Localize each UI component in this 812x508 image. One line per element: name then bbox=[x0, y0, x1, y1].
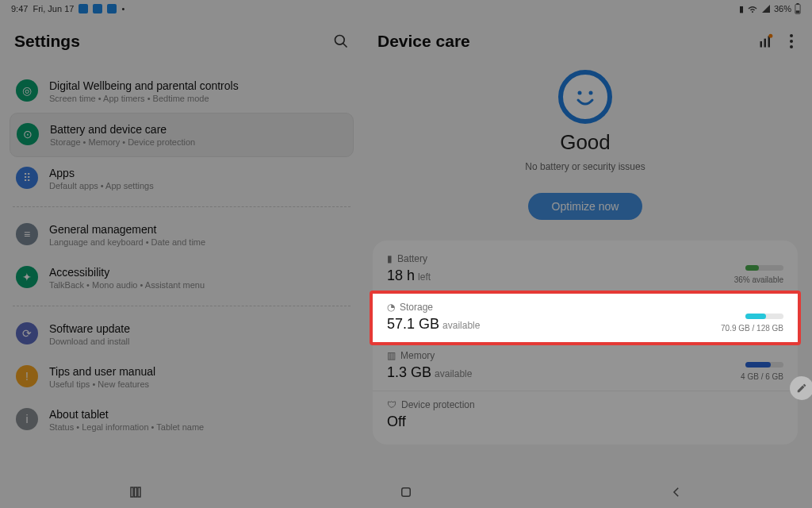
svg-rect-16 bbox=[138, 487, 140, 497]
settings-item-apps[interactable]: ⠿ AppsDefault apps • App settings bbox=[10, 157, 354, 200]
settings-title: Settings bbox=[14, 32, 80, 51]
svg-point-9 bbox=[790, 34, 793, 37]
device-protection-row[interactable]: 🛡Device protection Off bbox=[373, 391, 798, 440]
svg-point-8 bbox=[768, 34, 772, 38]
optimize-now-button[interactable]: Optimize now bbox=[528, 193, 643, 220]
row-label: Memory bbox=[400, 350, 435, 361]
svg-point-10 bbox=[790, 40, 793, 43]
item-sub: Useful tips • New features bbox=[49, 379, 155, 389]
status-bar: 9:47 Fri, Jun 17 • ▮ 36% bbox=[0, 0, 812, 17]
settings-item-device-care[interactable]: ⊙ Battery and device careStorage • Memor… bbox=[10, 113, 354, 157]
item-sub: Screen time • App timers • Bedtime mode bbox=[49, 94, 239, 103]
storage-bar bbox=[745, 314, 783, 319]
search-icon[interactable] bbox=[333, 33, 349, 49]
general-icon: ≡ bbox=[16, 223, 38, 245]
status-smiley-icon bbox=[558, 70, 612, 124]
wifi-icon bbox=[747, 4, 758, 13]
item-title: Battery and device care bbox=[50, 123, 195, 136]
settings-item-digital-wellbeing[interactable]: ◎ Digital Wellbeing and parental control… bbox=[10, 70, 354, 113]
status-time: 9:47 bbox=[11, 4, 28, 13]
svg-point-12 bbox=[578, 91, 582, 95]
wellbeing-icon: ◎ bbox=[16, 79, 38, 102]
divider bbox=[13, 206, 350, 207]
svg-rect-15 bbox=[134, 487, 136, 497]
cell-icon bbox=[761, 4, 771, 13]
svg-rect-17 bbox=[402, 488, 411, 497]
item-title: Accessibility bbox=[49, 266, 205, 279]
row-value: 1.3 GB bbox=[387, 364, 431, 380]
stats-icon[interactable] bbox=[758, 33, 774, 49]
item-sub: Download and install bbox=[49, 337, 130, 346]
battery-row[interactable]: ▮Battery 18 hleft 36% available bbox=[373, 245, 798, 294]
item-title: Digital Wellbeing and parental controls bbox=[49, 79, 239, 92]
memory-available: 4 GB / 6 GB bbox=[741, 372, 783, 381]
memory-row[interactable]: ▥Memory 1.3 GBavailable 4 GB / 6 GB bbox=[373, 342, 798, 391]
row-label: Battery bbox=[397, 253, 427, 264]
nav-back-icon[interactable] bbox=[669, 485, 684, 499]
status-app-icon bbox=[79, 4, 88, 13]
memory-icon: ▥ bbox=[387, 350, 396, 361]
nav-recent-icon[interactable] bbox=[128, 485, 143, 499]
svg-line-4 bbox=[343, 44, 347, 48]
settings-left-pane: Settings ◎ Digital Wellbeing and parenta… bbox=[0, 17, 363, 476]
row-value: 57.1 GB bbox=[387, 316, 439, 332]
item-title: Apps bbox=[49, 167, 154, 179]
item-sub: Default apps • App settings bbox=[49, 181, 154, 190]
storage-row[interactable]: ◔Storage 57.1 GBavailable 70.9 GB / 128 … bbox=[373, 294, 798, 342]
item-sub: TalkBack • Mono audio • Assistant menu bbox=[49, 280, 205, 290]
storage-available: 70.9 GB / 128 GB bbox=[721, 324, 783, 333]
battery-pct: 36% bbox=[774, 4, 791, 13]
navigation-bar bbox=[0, 476, 812, 508]
svg-point-13 bbox=[589, 91, 593, 95]
svg-rect-6 bbox=[764, 39, 767, 48]
settings-item-about[interactable]: i About tabletStatus • Legal information… bbox=[10, 398, 354, 441]
battery-bar bbox=[745, 265, 783, 271]
device-care-pane: Device care Good No battery or security … bbox=[363, 17, 812, 476]
signal-icon: ▮ bbox=[739, 4, 744, 14]
row-value: 18 h bbox=[387, 267, 415, 283]
battery-icon bbox=[795, 3, 801, 14]
item-sub: Language and keyboard • Date and time bbox=[49, 237, 205, 247]
item-sub: Status • Legal information • Tablet name bbox=[49, 422, 204, 432]
memory-bar bbox=[745, 362, 783, 368]
device-status-sub: No battery or security issues bbox=[525, 161, 645, 172]
row-value: Off bbox=[387, 414, 406, 429]
item-title: Software update bbox=[49, 322, 130, 335]
item-title: General management bbox=[49, 223, 205, 236]
settings-item-software-update[interactable]: ⟳ Software updateDownload and install bbox=[10, 313, 354, 356]
device-care-title: Device care bbox=[377, 32, 470, 51]
settings-item-tips[interactable]: ! Tips and user manualUseful tips • New … bbox=[10, 356, 354, 398]
item-sub: Storage • Memory • Device protection bbox=[50, 137, 195, 147]
edit-fab[interactable] bbox=[790, 376, 812, 400]
svg-rect-14 bbox=[131, 487, 133, 497]
device-care-card: ▮Battery 18 hleft 36% available ◔Storage… bbox=[373, 241, 798, 444]
status-more-icon: • bbox=[121, 4, 124, 13]
row-label: Storage bbox=[400, 302, 433, 313]
update-icon: ⟳ bbox=[16, 322, 38, 344]
svg-rect-2 bbox=[796, 10, 800, 13]
accessibility-icon: ✦ bbox=[16, 266, 38, 288]
settings-item-accessibility[interactable]: ✦ AccessibilityTalkBack • Mono audio • A… bbox=[10, 256, 354, 299]
tips-icon: ! bbox=[16, 365, 38, 387]
battery-available: 36% available bbox=[734, 275, 783, 284]
svg-rect-1 bbox=[796, 3, 799, 5]
row-label: Device protection bbox=[401, 399, 475, 410]
divider bbox=[13, 306, 350, 306]
status-date: Fri, Jun 17 bbox=[33, 4, 74, 13]
storage-icon: ◔ bbox=[387, 302, 395, 313]
shield-icon: 🛡 bbox=[387, 399, 396, 410]
device-care-icon: ⊙ bbox=[17, 123, 39, 145]
svg-point-3 bbox=[335, 36, 345, 45]
status-app-icon bbox=[107, 4, 117, 13]
more-icon[interactable] bbox=[790, 34, 793, 48]
battery-icon: ▮ bbox=[387, 253, 393, 264]
settings-item-general[interactable]: ≡ General managementLanguage and keyboar… bbox=[10, 214, 354, 256]
svg-point-11 bbox=[790, 45, 793, 48]
nav-home-icon[interactable] bbox=[399, 485, 413, 499]
row-unit: available bbox=[435, 368, 472, 379]
svg-rect-5 bbox=[760, 41, 763, 48]
about-icon: i bbox=[16, 408, 38, 430]
row-unit: left bbox=[418, 271, 431, 283]
status-app-icon bbox=[93, 4, 102, 13]
apps-icon: ⠿ bbox=[16, 167, 38, 189]
